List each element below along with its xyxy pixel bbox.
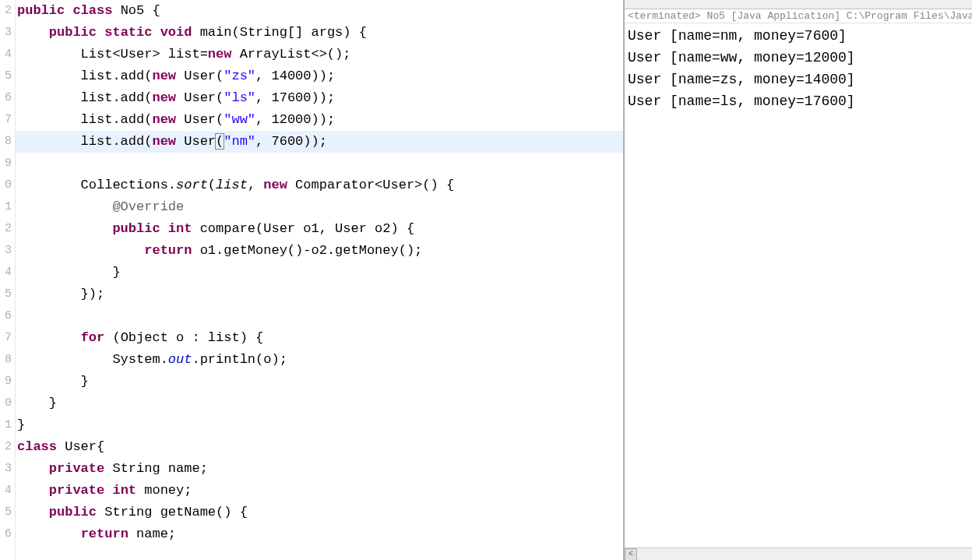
line-number: 0 [0, 393, 12, 414]
console-pane: <terminated> No5 [Java Application] C:\P… [623, 0, 972, 560]
horizontal-scrollbar[interactable]: < [625, 548, 972, 560]
line-number: 6 [0, 87, 12, 109]
code-line[interactable]: public String getName() { [16, 502, 623, 523]
console-output[interactable]: User [name=nm, money=7600] User [name=ww… [625, 23, 972, 548]
line-number: 3 [0, 458, 12, 480]
code-line[interactable]: } [16, 371, 623, 393]
line-number: 2 [0, 0, 12, 22]
line-number: 6 [0, 523, 12, 545]
line-number: 5 [0, 502, 12, 523]
code-editor-pane[interactable]: 2345678901234567890123456 public class N… [0, 0, 623, 560]
line-number: 8 [0, 131, 12, 153]
line-number: 2 [0, 436, 12, 458]
line-number: 4 [0, 480, 12, 502]
line-number: 4 [0, 262, 12, 284]
code-line[interactable]: } [16, 414, 623, 436]
line-number: 1 [0, 414, 12, 436]
code-line[interactable]: class User{ [16, 436, 623, 458]
code-line[interactable]: public class No5 { [16, 0, 623, 22]
line-number: 8 [0, 349, 12, 371]
line-number: 6 [0, 305, 12, 327]
line-number: 0 [0, 174, 12, 196]
line-number: 3 [0, 240, 12, 262]
code-line[interactable]: System.out.println(o); [16, 349, 623, 371]
code-line[interactable]: for (Object o : list) { [16, 327, 623, 349]
line-number: 9 [0, 371, 12, 393]
code-line[interactable]: return o1.getMoney()-o2.getMoney(); [16, 240, 623, 262]
line-number: 7 [0, 109, 12, 131]
line-number: 1 [0, 196, 12, 218]
line-number: 4 [0, 44, 12, 65]
code-line[interactable]: list.add(new User("zs", 14000)); [16, 65, 623, 87]
console-toolbar [625, 0, 972, 9]
code-line[interactable]: private int money; [16, 480, 623, 502]
code-line[interactable]: public int compare(User o1, User o2) { [16, 218, 623, 240]
code-line[interactable] [16, 305, 623, 327]
code-line[interactable]: public static void main(String[] args) { [16, 22, 623, 44]
line-number: 9 [0, 153, 12, 174]
line-number-gutter: 2345678901234567890123456 [0, 0, 16, 560]
line-number: 2 [0, 218, 12, 240]
line-number: 5 [0, 65, 12, 87]
line-number: 3 [0, 22, 12, 44]
code-line[interactable]: }); [16, 284, 623, 305]
code-line[interactable]: } [16, 393, 623, 414]
code-line[interactable]: list.add(new User("nm", 7600)); [16, 131, 623, 153]
line-number: 7 [0, 327, 12, 349]
line-number: 5 [0, 284, 12, 305]
code-line[interactable]: return name; [16, 523, 623, 545]
code-line[interactable]: Collections.sort(list, new Comparator<Us… [16, 174, 623, 196]
code-line[interactable]: list.add(new User("ls", 17600)); [16, 87, 623, 109]
code-line[interactable]: List<User> list=new ArrayList<>(); [16, 44, 623, 65]
code-area[interactable]: public class No5 { public static void ma… [16, 0, 623, 560]
code-line[interactable]: private String name; [16, 458, 623, 480]
console-status-header: <terminated> No5 [Java Application] C:\P… [625, 9, 972, 23]
code-line[interactable] [16, 153, 623, 174]
code-line[interactable]: @Override [16, 196, 623, 218]
scroll-left-arrow-icon[interactable]: < [625, 548, 637, 560]
code-line[interactable]: list.add(new User("ww", 12000)); [16, 109, 623, 131]
code-line[interactable]: } [16, 262, 623, 284]
